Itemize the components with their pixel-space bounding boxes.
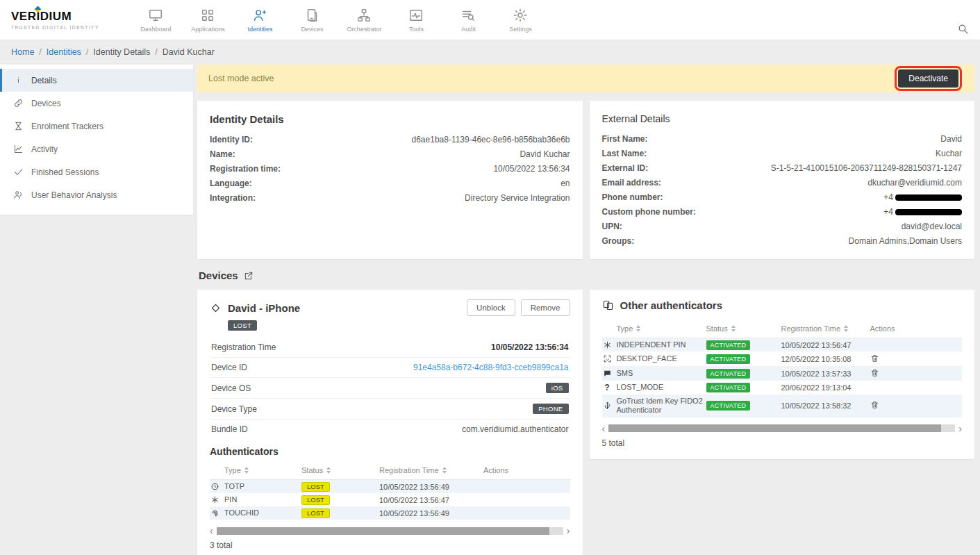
dashboard-icon	[148, 8, 163, 23]
type-cell: TOTP	[210, 482, 301, 492]
detail-row: Groups: Domain Admins,Domain Users	[602, 233, 963, 248]
device-id-link[interactable]: 91e4a58a-b672-4c88-9fd3-cceb9899ca1a	[413, 363, 569, 372]
detail-row: First Name: David	[602, 131, 963, 146]
device-card: David - iPhone Unblock Remove LOST Regis…	[197, 290, 583, 555]
sidebar-item-details[interactable]: Details	[0, 69, 193, 92]
field-label: Registration Time	[211, 342, 276, 352]
detail-row: UPN: david@dev.local	[602, 219, 963, 233]
scroll-thumb[interactable]	[217, 527, 549, 535]
column-header-status[interactable]: Status	[301, 466, 379, 474]
scroll-right-arrow[interactable]: ›	[958, 424, 962, 433]
search-button[interactable]	[957, 23, 969, 40]
horizontal-scrollbar[interactable]: ‹ ›	[210, 526, 570, 536]
column-header-type[interactable]: Type	[210, 466, 301, 474]
deactivate-button[interactable]: Deactivate	[898, 69, 958, 88]
remove-button[interactable]: Remove	[521, 299, 570, 316]
nav-item-audit[interactable]: Audit	[442, 3, 495, 38]
scroll-left-arrow[interactable]: ‹	[210, 526, 213, 536]
field-label: Email address:	[602, 178, 661, 188]
trash-icon	[870, 400, 879, 410]
field-label: External ID:	[602, 163, 649, 173]
nav-item-applications[interactable]: Applications	[182, 3, 234, 38]
column-header-type[interactable]: Type	[602, 324, 706, 333]
field-label: Integration:	[210, 193, 256, 203]
nav-item-dashboard[interactable]: Dashboard	[130, 3, 182, 38]
detail-row: Custom phone number: +4	[602, 204, 963, 219]
nav-item-devices[interactable]: Devices	[286, 3, 338, 38]
type-cell: INDEPENDENT PIN	[602, 340, 706, 350]
sort-icon	[731, 325, 736, 332]
nav-item-tools[interactable]: Tools	[390, 3, 442, 38]
main-content: Lost mode active Deactivate Identity Det…	[197, 65, 974, 555]
field-value: david@dev.local	[902, 222, 962, 231]
breadcrumb-identities[interactable]: Identities	[47, 47, 81, 57]
scroll-right-arrow[interactable]: ›	[567, 526, 570, 536]
hourglass-icon	[13, 121, 24, 131]
actions-cell	[870, 354, 963, 365]
nav-item-orchestrator[interactable]: Orchestrator	[338, 3, 390, 38]
audit-icon	[460, 8, 476, 23]
brand-tagline: TRUSTED DIGITAL IDENTITY	[11, 25, 99, 30]
column-header-actions: Actions	[870, 324, 963, 333]
registration-time-cell: 20/06/2022 19:13:04	[781, 383, 870, 392]
delete-authenticator-button[interactable]	[870, 400, 879, 410]
detail-row: Language: en	[210, 176, 570, 190]
scroll-track[interactable]	[608, 424, 955, 432]
column-header-registration-time[interactable]: Registration Time	[379, 466, 483, 474]
sort-icon	[636, 325, 640, 332]
touchid-fingerprint-icon	[210, 508, 219, 517]
field-label: Registration time:	[210, 164, 281, 174]
field-value: +4	[883, 207, 962, 217]
field-label: First Name:	[602, 134, 648, 144]
veridium-logo[interactable]: VERIDIUM TRUSTED DIGITAL IDENTITY	[11, 10, 99, 30]
status-badge: LOST	[301, 508, 330, 518]
detail-row: Integration: Directory Service Integrati…	[210, 190, 570, 205]
delete-authenticator-button[interactable]	[870, 368, 879, 378]
fido2-key-icon	[603, 401, 612, 411]
authenticator-row: DESKTOP_FACE ACTIVATED 12/05/2022 10:35:…	[602, 351, 963, 366]
scroll-left-arrow[interactable]: ‹	[602, 424, 606, 433]
authenticator-row: PIN LOST 10/05/2022 13:56:47	[210, 493, 570, 506]
status-badge: ACTIVATED	[706, 354, 751, 364]
breadcrumb-separator: /	[86, 47, 88, 57]
column-header-registration-time[interactable]: Registration Time	[781, 324, 870, 333]
nav-item-identities[interactable]: Identities	[234, 3, 286, 38]
external-details-title: External Details	[602, 113, 963, 124]
registration-time-cell: 10/05/2022 13:57:33	[781, 370, 870, 378]
device-diamond-icon	[210, 302, 222, 314]
device-actions: Unblock Remove	[467, 299, 570, 316]
sidebar-item-activity[interactable]: Activity	[0, 138, 193, 160]
totp-clock-icon	[210, 482, 219, 491]
sidebar-item-enrolment-trackers[interactable]: Enrolment Trackers	[0, 115, 193, 138]
horizontal-scrollbar[interactable]: ‹ ›	[602, 424, 963, 433]
sort-icon	[244, 467, 249, 474]
sidebar-item-user-behavior-analysis[interactable]: User Behavior Analysis	[0, 183, 193, 206]
sidebar-item-label: User Behavior Analysis	[31, 190, 117, 200]
field-value: S-1-5-21-410015106-2063711249-828150371-…	[771, 163, 962, 173]
sort-icon	[442, 467, 447, 474]
actions-cell	[870, 400, 963, 411]
type-cell: GoTrust Idem Key FIDO2 Authenticator	[602, 397, 706, 416]
main-nav: Dashboard Applications Identities Device…	[130, 3, 547, 38]
unblock-button[interactable]: Unblock	[467, 299, 515, 316]
column-header-status[interactable]: Status	[706, 324, 781, 333]
sidebar-item-finished-sessions[interactable]: Finished Sessions	[0, 160, 193, 183]
sidebar-item-devices[interactable]: Devices	[0, 92, 193, 115]
detail-row: Email address: dkuchar@veridiumid.com	[602, 175, 963, 190]
delete-authenticator-button[interactable]	[870, 354, 879, 363]
nav-label: Orchestrator	[347, 26, 381, 33]
breadcrumb-home[interactable]: Home	[11, 47, 34, 57]
scroll-thumb[interactable]	[608, 424, 941, 432]
device-field-row: Bundle ID com.veridiumid.authenticator	[210, 420, 570, 439]
open-devices-icon[interactable]	[244, 271, 254, 281]
scroll-track[interactable]	[217, 527, 563, 535]
actions-cell	[870, 368, 963, 379]
pin-icon	[210, 495, 219, 504]
nav-item-settings[interactable]: Settings	[495, 3, 547, 38]
applications-icon	[200, 8, 215, 23]
field-label: Device ID	[211, 363, 247, 372]
registration-time-cell: 10/05/2022 13:56:49	[379, 483, 483, 491]
detail-row: Name: David Kuchar	[210, 147, 570, 161]
field-label: Device OS	[211, 383, 251, 393]
type-cell: DESKTOP_FACE	[602, 354, 706, 364]
